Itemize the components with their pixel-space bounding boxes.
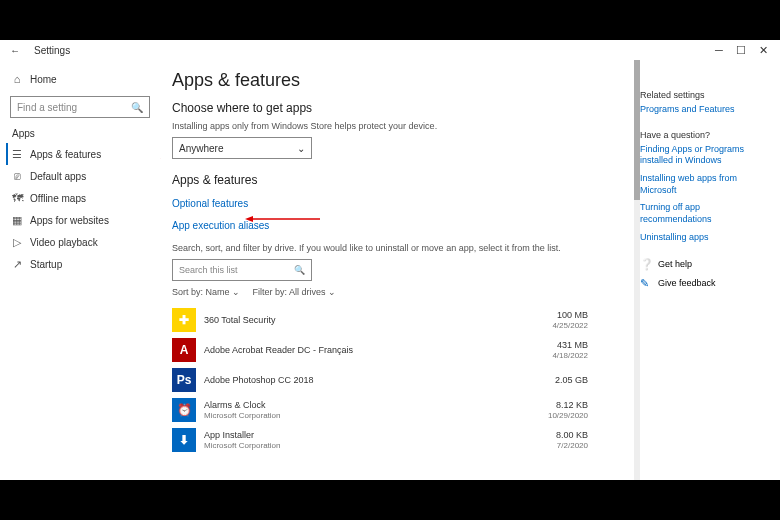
app-icon: Ps <box>172 368 196 392</box>
app-date: 7/2/2020 <box>556 441 588 451</box>
sidebar-item-apps-for-websites[interactable]: ▦ Apps for websites <box>6 209 154 231</box>
app-list-item[interactable]: PsAdobe Photoshop CC 20182.05 GB <box>172 365 628 395</box>
app-date: 4/25/2022 <box>552 321 588 331</box>
app-search-input[interactable]: Search this list 🔍 <box>172 259 312 281</box>
sidebar-search-placeholder: Find a setting <box>17 102 77 113</box>
search-icon: 🔍 <box>131 102 143 113</box>
apps-icon: ☰ <box>10 147 24 161</box>
sidebar-search[interactable]: Find a setting 🔍 <box>10 96 150 118</box>
startup-icon: ↗ <box>10 257 24 271</box>
optional-features-link[interactable]: Optional features <box>172 198 248 209</box>
website-icon: ▦ <box>10 213 24 227</box>
minimize-button[interactable]: ─ <box>708 44 730 56</box>
help-link[interactable]: Installing web apps from Microsoft <box>640 173 772 196</box>
app-name: 360 Total Security <box>204 315 544 326</box>
annotation-arrow-1 <box>160 145 170 165</box>
feedback-icon: ✎ <box>640 277 652 290</box>
app-size: 431 MB <box>552 340 588 351</box>
app-list: ✚360 Total Security100 MB4/25/2022AAdobe… <box>172 305 628 455</box>
app-size: 100 MB <box>552 310 588 321</box>
app-meta: Alarms & ClockMicrosoft Corporation <box>204 400 540 420</box>
home-icon: ⌂ <box>10 72 24 86</box>
sort-label: Sort by: <box>172 287 203 297</box>
search-instructions: Search, sort, and filter by drive. If yo… <box>172 243 628 253</box>
chevron-down-icon: ⌄ <box>297 143 305 154</box>
back-button[interactable]: ← <box>6 45 24 56</box>
maximize-button[interactable]: ☐ <box>730 44 752 57</box>
map-icon: 🗺 <box>10 191 24 205</box>
search-icon: 🔍 <box>294 265 305 275</box>
window-title: Settings <box>34 45 70 56</box>
app-right: 100 MB4/25/2022 <box>552 310 628 330</box>
window-body: ⌂ Home Find a setting 🔍 Apps ☰ Apps & fe… <box>0 60 780 480</box>
sidebar-item-label: Startup <box>30 259 62 270</box>
app-right: 2.05 GB <box>555 375 628 386</box>
app-icon: ⬇ <box>172 428 196 452</box>
sort-dropdown[interactable]: Name ⌄ <box>206 287 241 297</box>
sidebar-heading: Apps <box>12 128 154 139</box>
sidebar-item-label: Video playback <box>30 237 98 248</box>
scrollbar-thumb[interactable] <box>634 60 640 200</box>
related-settings-heading: Related settings <box>640 90 772 100</box>
filter-label: Filter by: <box>253 287 288 297</box>
letterbox-top <box>0 0 780 40</box>
sidebar-item-default-apps[interactable]: ⎚ Default apps <box>6 165 154 187</box>
apps-features-heading: Apps & features <box>172 173 628 187</box>
app-meta: App InstallerMicrosoft Corporation <box>204 430 548 450</box>
app-icon: ✚ <box>172 308 196 332</box>
sidebar-item-offline-maps[interactable]: 🗺 Offline maps <box>6 187 154 209</box>
app-list-item[interactable]: ✚360 Total Security100 MB4/25/2022 <box>172 305 628 335</box>
app-publisher: Microsoft Corporation <box>204 411 540 421</box>
give-feedback-link[interactable]: ✎ Give feedback <box>640 277 772 290</box>
app-size: 8.12 KB <box>548 400 588 411</box>
app-right: 8.00 KB7/2/2020 <box>556 430 628 450</box>
sidebar-item-startup[interactable]: ↗ Startup <box>6 253 154 275</box>
app-date: 10/29/2020 <box>548 411 588 421</box>
help-link[interactable]: Uninstalling apps <box>640 232 772 244</box>
app-execution-aliases-link[interactable]: App execution aliases <box>172 220 269 231</box>
app-date: 4/18/2022 <box>552 351 588 361</box>
sidebar-home-label: Home <box>30 74 57 85</box>
app-meta: Adobe Photoshop CC 2018 <box>204 375 547 386</box>
default-apps-icon: ⎚ <box>10 169 24 183</box>
arrow-left-icon: ← <box>10 45 20 56</box>
app-name: App Installer <box>204 430 548 441</box>
choose-subtext: Installing apps only from Windows Store … <box>172 121 628 131</box>
choose-source-dropdown[interactable]: Anywhere ⌄ <box>172 137 312 159</box>
help-link[interactable]: Finding Apps or Programs installed in Wi… <box>640 144 772 167</box>
help-icon: ❔ <box>640 258 652 271</box>
app-right: 8.12 KB10/29/2020 <box>548 400 628 420</box>
sidebar-item-label: Offline maps <box>30 193 86 204</box>
app-name: Alarms & Clock <box>204 400 540 411</box>
dropdown-value: Anywhere <box>179 143 223 154</box>
app-icon: A <box>172 338 196 362</box>
app-list-item[interactable]: ⏰Alarms & ClockMicrosoft Corporation8.12… <box>172 395 628 425</box>
app-list-item[interactable]: ⬇App InstallerMicrosoft Corporation8.00 … <box>172 425 628 455</box>
sidebar-home[interactable]: ⌂ Home <box>6 68 154 90</box>
app-size: 8.00 KB <box>556 430 588 441</box>
app-list-item[interactable]: AAdobe Acrobat Reader DC - Français431 M… <box>172 335 628 365</box>
app-right: 431 MB4/18/2022 <box>552 340 628 360</box>
filter-dropdown[interactable]: All drives ⌄ <box>289 287 336 297</box>
sidebar-item-apps-features[interactable]: ☰ Apps & features <box>6 143 154 165</box>
video-icon: ▷ <box>10 235 24 249</box>
page-title: Apps & features <box>172 70 628 91</box>
titlebar: ← Settings ─ ☐ ✕ <box>0 40 780 60</box>
question-heading: Have a question? <box>640 130 772 140</box>
app-icon: ⏰ <box>172 398 196 422</box>
settings-window: ← Settings ─ ☐ ✕ ⌂ Home Find a setting 🔍… <box>0 40 780 480</box>
get-help-link[interactable]: ❔ Get help <box>640 258 772 271</box>
programs-and-features-link[interactable]: Programs and Features <box>640 104 772 116</box>
sidebar-item-video-playback[interactable]: ▷ Video playback <box>6 231 154 253</box>
app-search-placeholder: Search this list <box>179 265 238 275</box>
app-meta: Adobe Acrobat Reader DC - Français <box>204 345 544 356</box>
sidebar-item-label: Default apps <box>30 171 86 182</box>
sidebar-item-label: Apps for websites <box>30 215 109 226</box>
app-meta: 360 Total Security <box>204 315 544 326</box>
app-size: 2.05 GB <box>555 375 588 386</box>
close-button[interactable]: ✕ <box>752 44 774 57</box>
sidebar: ⌂ Home Find a setting 🔍 Apps ☰ Apps & fe… <box>0 60 160 480</box>
help-link[interactable]: Turning off app recommendations <box>640 202 772 225</box>
app-name: Adobe Acrobat Reader DC - Français <box>204 345 544 356</box>
app-publisher: Microsoft Corporation <box>204 441 548 451</box>
